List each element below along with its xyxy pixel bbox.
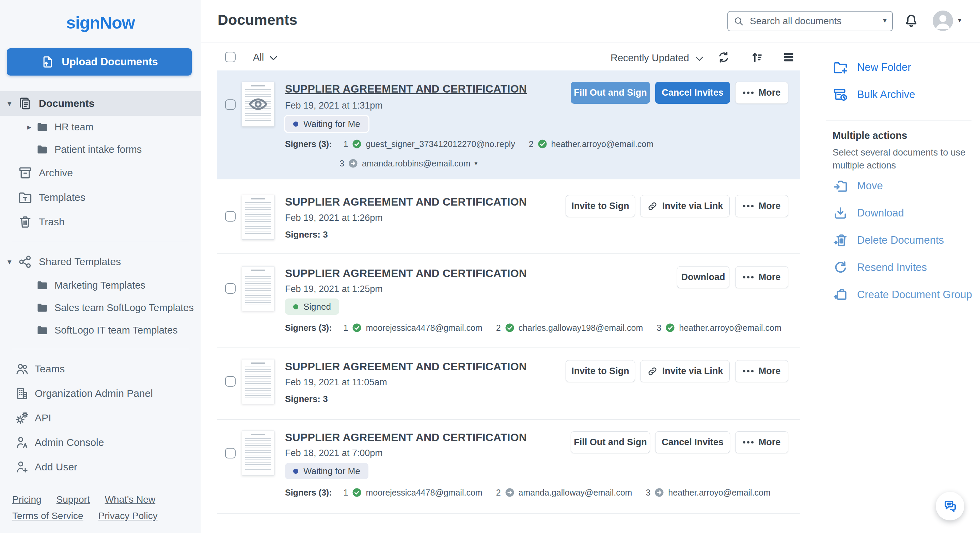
terms-of-service-link[interactable]: Terms of Service	[12, 511, 83, 522]
row-checkbox[interactable]	[225, 376, 235, 387]
sidebar-item-hr-team[interactable]: ▸ HR team	[0, 116, 201, 138]
folder-icon	[36, 324, 48, 336]
download-button[interactable]: Download	[677, 266, 729, 288]
document-row[interactable]: SUPPLIER AGREEMENT AND CERTIFICATION Feb…	[217, 179, 800, 254]
sidebar-item-label: Trash	[39, 216, 65, 228]
sidebar-item-documents[interactable]: ▾ Documents	[0, 91, 201, 116]
sidebar-item-softlogo-it-team-templates[interactable]: SoftLogo IT team Templates	[0, 319, 201, 341]
delete-documents-button[interactable]: Delete Documents	[832, 232, 944, 248]
sort-label: Recently Updated	[611, 52, 689, 63]
check-circle-icon	[352, 487, 362, 498]
check-circle-icon	[537, 139, 547, 149]
top-header: Documents ▾ ▾	[201, 0, 980, 43]
more-button[interactable]: More	[735, 195, 788, 217]
invite-to-sign-button[interactable]: Invite to Sign	[566, 195, 635, 217]
document-row[interactable]: SUPPLIER AGREEMENT AND CERTIFICATION Feb…	[217, 70, 800, 179]
list-density-icon[interactable]	[782, 51, 795, 64]
document-title-link[interactable]: SUPPLIER AGREEMENT AND CERTIFICATION	[285, 360, 527, 373]
more-button[interactable]: More	[735, 360, 788, 382]
notifications-bell-icon[interactable]	[904, 13, 919, 29]
chevron-right-icon[interactable]: ▸	[27, 122, 31, 132]
signers-summary: Signers: 3	[285, 394, 328, 405]
sidebar-item-templates[interactable]: Templates	[0, 185, 201, 209]
ellipsis-icon	[743, 92, 754, 94]
document-title-link[interactable]: SUPPLIER AGREEMENT AND CERTIFICATION	[285, 431, 527, 444]
signnow-logo[interactable]: signNow	[0, 13, 201, 33]
sidebar-item-label: Documents	[39, 98, 94, 109]
upload-documents-label: Upload Documents	[62, 56, 158, 68]
invite-via-link-button[interactable]: Invite via Link	[640, 195, 730, 217]
move-button[interactable]: Move	[832, 178, 883, 194]
document-thumbnail[interactable]	[242, 195, 274, 240]
signer-chip-expandable[interactable]: 3 amanda.robbins@email.com ▾	[339, 158, 477, 168]
whats-new-link[interactable]: What's New	[105, 494, 156, 505]
document-thumbnail[interactable]	[242, 359, 274, 404]
row-checkbox[interactable]	[225, 211, 235, 222]
filter-all-dropdown[interactable]: All	[253, 52, 276, 63]
cancel-invites-button[interactable]: Cancel Invites	[655, 82, 730, 104]
invite-via-link-button[interactable]: Invite via Link	[640, 360, 730, 382]
document-row[interactable]: SUPPLIER AGREEMENT AND CERTIFICATION Feb…	[217, 420, 800, 514]
fill-out-and-sign-button[interactable]: Fill Out and Sign	[571, 82, 650, 104]
search-scope-caret-icon[interactable]: ▾	[883, 17, 887, 24]
sidebar-item-trash[interactable]: Trash	[0, 209, 201, 234]
sidebar-item-admin-console[interactable]: Admin Console	[0, 430, 201, 455]
resend-arrow-icon	[832, 260, 848, 275]
bulk-archive-button[interactable]: Bulk Archive	[832, 87, 915, 102]
move-label: Move	[857, 180, 883, 192]
document-title-link[interactable]: SUPPLIER AGREEMENT AND CERTIFICATION	[285, 196, 527, 208]
cancel-invites-button[interactable]: Cancel Invites	[655, 431, 730, 454]
signer-chip: 1 moorejessica4478@gmail.com	[344, 323, 482, 333]
refresh-icon[interactable]	[717, 51, 730, 64]
document-title-link[interactable]: SUPPLIER AGREEMENT AND CERTIFICATION	[285, 267, 527, 280]
resend-invites-button[interactable]: Resend Invites	[832, 260, 927, 275]
download-action-button[interactable]: Download	[832, 205, 904, 221]
upload-documents-button[interactable]: Upload Documents	[7, 48, 192, 76]
document-thumbnail[interactable]	[242, 431, 274, 476]
sidebar-item-patient-intake-forms[interactable]: Patient intake forms	[0, 138, 201, 161]
document-row[interactable]: SUPPLIER AGREEMENT AND CERTIFICATION Feb…	[217, 254, 800, 348]
new-folder-button[interactable]: New Folder	[832, 60, 911, 75]
signer-email: guest_signer_373412012270@no.reply	[366, 139, 515, 149]
new-folder-label: New Folder	[857, 61, 911, 73]
chevron-down-icon[interactable]: ▾	[8, 257, 11, 266]
account-caret-icon[interactable]: ▾	[958, 16, 962, 24]
document-thumbnail[interactable]	[242, 266, 274, 311]
document-date: Feb 19, 2021 at 1:31pm	[285, 100, 383, 111]
privacy-policy-link[interactable]: Privacy Policy	[99, 511, 158, 522]
fill-out-and-sign-button[interactable]: Fill Out and Sign	[571, 431, 650, 454]
sidebar-footer-links: Pricing Support What's New Terms of Serv…	[12, 494, 189, 522]
chevron-down-icon[interactable]: ▾	[8, 99, 11, 108]
create-document-group-button[interactable]: Create Document Group	[832, 287, 972, 303]
more-button[interactable]: More	[735, 82, 788, 104]
sidebar-item-shared-templates[interactable]: ▾ Shared Templates	[0, 249, 201, 274]
help-chat-button[interactable]	[936, 492, 964, 520]
more-label: More	[759, 366, 781, 376]
sort-order-icon[interactable]	[750, 51, 764, 64]
sidebar-item-add-user[interactable]: Add User	[0, 455, 201, 479]
sidebar-item-organization-admin-panel[interactable]: Organization Admin Panel	[0, 381, 201, 406]
document-title-link[interactable]: SUPPLIER AGREEMENT AND CERTIFICATION	[285, 83, 527, 95]
row-checkbox[interactable]	[225, 99, 235, 110]
document-row[interactable]: SUPPLIER AGREEMENT AND CERTIFICATION Feb…	[217, 348, 800, 420]
sidebar-item-teams[interactable]: Teams	[0, 357, 201, 381]
support-link[interactable]: Support	[57, 494, 90, 505]
avatar[interactable]	[933, 11, 953, 31]
invite-to-sign-button[interactable]: Invite to Sign	[566, 360, 635, 382]
sidebar-item-marketing-templates[interactable]: Marketing Templates	[0, 274, 201, 297]
search-icon	[733, 16, 744, 27]
more-button[interactable]: More	[735, 266, 788, 288]
sidebar-item-label: Sales team SoftLogo Templates	[54, 302, 194, 314]
sidebar-item-api[interactable]: API	[0, 406, 201, 430]
sidebar-item-archive[interactable]: Archive	[0, 161, 201, 185]
document-thumbnail[interactable]	[242, 82, 274, 127]
select-all-checkbox[interactable]	[225, 52, 235, 62]
signer-email: heather.arroyo@email.com	[551, 139, 654, 149]
pricing-link[interactable]: Pricing	[12, 494, 41, 505]
sort-dropdown[interactable]: Recently Updated	[611, 52, 702, 63]
more-button[interactable]: More	[735, 431, 788, 454]
search-input[interactable]	[727, 11, 893, 31]
row-checkbox[interactable]	[225, 283, 235, 294]
row-checkbox[interactable]	[225, 448, 235, 458]
sidebar-item-sales-team-softlogo-templates[interactable]: Sales team SoftLogo Templates	[0, 297, 201, 319]
